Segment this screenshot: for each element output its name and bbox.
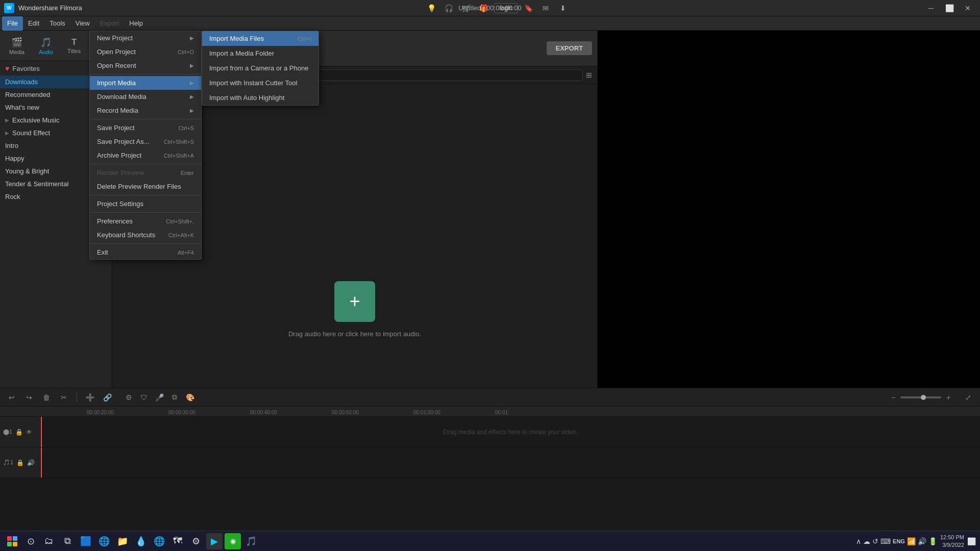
taskbar-maps[interactable]: 🗺 [169,533,186,549]
lightbulb-icon[interactable]: 💡 [425,3,439,14]
menu-preferences[interactable]: Preferences Ctrl+Shift+, [90,214,201,228]
menu-tools[interactable]: Tools [44,16,70,31]
eye-icon[interactable]: 👁 [26,429,32,436]
wifi-icon[interactable]: 📶 [907,537,916,545]
heart-icon: ♥ [5,64,9,72]
menu-save-project[interactable]: Save Project Ctrl+S [90,121,201,135]
audio-lock-icon[interactable]: 🔒 [16,459,24,466]
start-button[interactable] [4,533,20,549]
archive-shortcut: Ctrl+Shift+A [164,153,194,159]
downloads-label: Downloads [5,78,38,86]
refresh-icon[interactable]: ↺ [872,537,878,545]
taskbar-app2[interactable]: ◉ [225,533,241,549]
tab-titles[interactable]: T Titles [63,36,85,56]
taskbar-folder[interactable]: 📁 [114,533,131,549]
new-project-label: New Project [97,34,133,42]
delete-button[interactable]: 🗑 [40,391,53,404]
battery-icon[interactable]: 🔋 [928,537,937,545]
mic-icon[interactable]: 🎤 [153,391,166,404]
menu-import-media[interactable]: Import Media ▶ [90,76,201,90]
notifications-icon[interactable]: ⬜ [967,537,976,545]
menu-open-recent[interactable]: Open Recent ▶ [90,59,201,72]
headphone-icon[interactable]: 🎧 [442,3,456,14]
menu-delete-preview[interactable]: Delete Preview Render Files [90,180,201,193]
record-arrow: ▶ [190,108,194,113]
audio-vol-icon[interactable]: 🔊 [27,459,35,466]
menu-new-project[interactable]: New Project ▶ [90,31,201,45]
tab-media[interactable]: 🎬 Media [5,35,29,57]
download-icon[interactable]: ⬇ [556,3,570,14]
record-media-label: Record Media [97,107,138,114]
zoom-slider[interactable] [900,396,941,398]
menu-keyboard-shortcuts[interactable]: Keyboard Shortcuts Ctrl+Alt+K [90,228,201,242]
lock-icon[interactable]: 🔒 [15,429,23,436]
shield-icon[interactable]: 🛡 [137,391,151,404]
zoom-in-icon[interactable]: + [943,392,953,403]
submenu-import-auto[interactable]: Import with Auto Highlight [202,90,318,105]
redo-button[interactable]: ↪ [22,391,36,404]
taskbar-app3[interactable]: 🎵 [243,533,259,549]
submenu-import-camera[interactable]: Import from a Camera or a Phone [202,61,318,76]
import-submenu: Import Media Files Ctrl+I Import a Media… [202,31,319,106]
zoom-out-icon[interactable]: − [888,392,898,403]
exclusive-music-label: Exclusive Music [12,116,59,124]
import-button[interactable]: + [334,281,375,322]
taskbar-dropbox[interactable]: 💧 [133,533,149,549]
tab-audio[interactable]: 🎵 Audio [35,35,57,57]
expand-icon: ▶ [5,117,9,123]
menu-open-project[interactable]: Open Project Ctrl+O [90,45,201,59]
keyboard-icon[interactable]: ⌨ [880,537,891,545]
taskbar-files[interactable]: 🗂 [41,533,57,549]
fullscreen-icon[interactable]: ⤢ [962,391,975,404]
grid-view-icon[interactable]: ⊞ [586,71,592,79]
bookmark-icon[interactable]: 🔖 [521,3,535,14]
menu-archive-project[interactable]: Archive Project Ctrl+Shift+A [90,148,201,162]
tray-expand-icon[interactable]: ∧ [856,537,861,545]
taskbar-chrome[interactable]: 🌐 [151,533,167,549]
mail-icon[interactable]: ✉ [538,3,553,14]
submenu-import-files[interactable]: Import Media Files Ctrl+I [202,31,318,46]
video-track-num: ⬤1 [3,429,12,435]
export-button[interactable]: EXPORT [547,41,592,55]
menu-file[interactable]: File [2,16,23,31]
menu-download-media[interactable]: Download Media ▶ [90,90,201,104]
taskbar-settings[interactable]: ⚙ [188,533,204,549]
render-preview-label: Render Preview [97,169,144,177]
menu-save-project-as[interactable]: Save Project As... Ctrl+Shift+S [90,135,201,148]
project-settings-label: Project Settings [97,200,143,208]
menu-render-preview: Render Preview Enter [90,166,201,180]
taskbar-multitasking[interactable]: ⧉ [59,533,76,549]
undo-button[interactable]: ↩ [5,391,18,404]
layers-icon[interactable]: ⧉ [168,391,181,404]
cloud-icon[interactable]: ☁ [863,537,870,545]
taskbar-app1[interactable]: 🟦 [78,533,94,549]
submenu-import-instant[interactable]: Import with Instant Cutter Tool [202,76,318,90]
color-icon[interactable]: 🎨 [183,391,197,404]
menu-export[interactable]: Export [95,16,125,31]
add-track-button[interactable]: ➕ [83,391,96,404]
link-button[interactable]: 🔗 [101,391,114,404]
audio-playhead-line [41,447,42,478]
volume-sys-icon[interactable]: 🔊 [918,537,926,545]
minimize-button[interactable]: ─ [923,0,939,16]
ruler-mark-6: 00:01: [495,410,536,415]
audio-track-area[interactable] [41,447,980,478]
happy-label: Happy [5,155,24,162]
timeline-settings-icon[interactable]: ⚙ [122,391,135,404]
menu-project-settings[interactable]: Project Settings [90,197,201,211]
maximize-button[interactable]: ⬜ [941,0,958,16]
menu-edit[interactable]: Edit [23,16,44,31]
menu-view[interactable]: View [70,16,95,31]
close-button[interactable]: ✕ [960,0,976,16]
taskbar-filmora[interactable]: ▶ [206,533,223,549]
cut-button[interactable]: ✂ [57,391,70,404]
young-bright-label: Young & Bright [5,167,49,175]
taskbar-edge[interactable]: 🌐 [96,533,112,549]
menu-help[interactable]: Help [124,16,148,31]
submenu-import-folder[interactable]: Import a Media Folder [202,46,318,61]
menu-exit[interactable]: Exit Alt+F4 [90,245,201,259]
video-track-area[interactable]: Drag media and effects here to create yo… [41,417,980,447]
taskbar-search[interactable]: ⊙ [22,533,39,549]
whats-new-label: What's new [5,104,39,111]
menu-record-media[interactable]: Record Media ▶ [90,104,201,117]
